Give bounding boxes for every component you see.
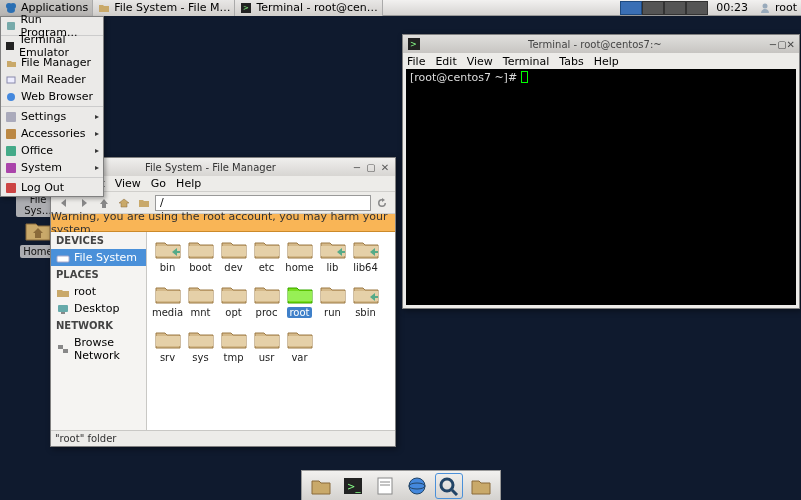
folder-usr[interactable]: usr: [250, 328, 283, 363]
menu-icon: [5, 74, 17, 86]
menu-submenu[interactable]: Settings▸: [1, 108, 103, 125]
workspace-1[interactable]: [620, 1, 642, 15]
network-icon: [56, 343, 70, 355]
maximize-button[interactable]: ▢: [365, 161, 377, 173]
fm-menu-item[interactable]: Go: [151, 177, 166, 190]
svg-point-32: [441, 479, 453, 491]
home-folder-icon: [23, 216, 53, 242]
menu-item[interactable]: Web Browser: [1, 88, 103, 105]
close-button[interactable]: ✕: [787, 39, 795, 50]
close-button[interactable]: ✕: [379, 161, 391, 173]
taskbar-item-label: Terminal - root@cen…: [256, 1, 377, 14]
maximize-button[interactable]: ▢: [777, 39, 786, 50]
menu-submenu[interactable]: Accessories▸: [1, 125, 103, 142]
workspace-4[interactable]: [686, 1, 708, 15]
term-menu-item[interactable]: Help: [594, 55, 619, 68]
menu-item[interactable]: File Manager: [1, 54, 103, 71]
minimize-button[interactable]: −: [769, 39, 777, 50]
term-titlebar[interactable]: > Terminal - root@centos7:~ − ▢ ✕: [403, 35, 799, 53]
dock-web[interactable]: [404, 474, 430, 498]
applications-menu: Run Program... Terminal EmulatorFile Man…: [0, 16, 104, 197]
fm-menu-item[interactable]: Help: [176, 177, 201, 190]
user-menu[interactable]: root: [754, 1, 801, 15]
folder-label: home: [285, 262, 313, 273]
folder-tmp[interactable]: tmp: [217, 328, 250, 363]
folder-label: tmp: [223, 352, 243, 363]
folder-opt[interactable]: opt: [217, 283, 250, 318]
folder-mnt[interactable]: mnt: [184, 283, 217, 318]
menu-logout[interactable]: Log Out: [1, 179, 103, 196]
workspace-3[interactable]: [664, 1, 686, 15]
svg-point-30: [409, 478, 425, 494]
fm-title: File System - File Manager: [72, 162, 349, 173]
fm-menu-item[interactable]: View: [115, 177, 141, 190]
folder-dev[interactable]: dev: [217, 238, 250, 273]
folder-icon: [286, 328, 314, 350]
svg-rect-19: [58, 305, 68, 312]
taskbar-item-filemanager[interactable]: File System - File M…: [93, 0, 235, 16]
folder-lib64[interactable]: lib64: [349, 238, 382, 273]
term-menu-item[interactable]: Edit: [435, 55, 456, 68]
sidebar-item-root[interactable]: root: [51, 283, 146, 300]
dock-home-folder[interactable]: [468, 474, 494, 498]
menu-icon: [5, 57, 17, 69]
submenu-arrow-icon: ▸: [95, 146, 99, 155]
dock-editor[interactable]: [372, 474, 398, 498]
fm-statusbar: "root" folder: [51, 430, 395, 446]
folder-proc[interactable]: proc: [250, 283, 283, 318]
svg-point-5: [762, 3, 767, 8]
folder-run[interactable]: run: [316, 283, 349, 318]
menu-icon: [5, 111, 17, 123]
svg-text:>: >: [243, 4, 249, 12]
folder-home[interactable]: home: [283, 238, 316, 273]
folder-sbin[interactable]: sbin: [349, 283, 382, 318]
folder-media[interactable]: media: [151, 283, 184, 318]
folder-lib[interactable]: lib: [316, 238, 349, 273]
folder-icon: [253, 328, 281, 350]
minimize-button[interactable]: −: [351, 161, 363, 173]
folder-icon: [154, 283, 182, 305]
terminal-body[interactable]: [root@centos7 ~]#: [406, 69, 796, 305]
workspace-switcher[interactable]: [620, 1, 708, 15]
folder-icon: [187, 283, 215, 305]
menu-item[interactable]: Terminal Emulator: [1, 37, 103, 54]
folder-boot[interactable]: boot: [184, 238, 217, 273]
term-menu-item[interactable]: Terminal: [503, 55, 550, 68]
sidebar-item-desktop[interactable]: Desktop: [51, 300, 146, 317]
menu-run-program[interactable]: Run Program...: [1, 17, 103, 34]
term-cursor: [521, 71, 528, 83]
term-menu-item[interactable]: View: [467, 55, 493, 68]
clock[interactable]: 00:23: [710, 1, 754, 14]
folder-label: usr: [259, 352, 275, 363]
terminal-app-icon: >: [407, 37, 421, 51]
folder-srv[interactable]: srv: [151, 328, 184, 363]
menu-item[interactable]: Mail Reader: [1, 71, 103, 88]
dock-terminal[interactable]: >_: [340, 474, 366, 498]
submenu-arrow-icon: ▸: [95, 129, 99, 138]
term-menu-item[interactable]: File: [407, 55, 425, 68]
user-icon: [758, 1, 772, 15]
folder-root[interactable]: root: [283, 283, 316, 318]
term-menubar: FileEditViewTerminalTabsHelp: [403, 53, 799, 69]
folder-etc[interactable]: etc: [250, 238, 283, 273]
sidebar-item-label: File System: [74, 251, 137, 264]
folder-bin[interactable]: bin: [151, 238, 184, 273]
run-icon: [5, 20, 17, 32]
folder-sys[interactable]: sys: [184, 328, 217, 363]
term-menu-item[interactable]: Tabs: [559, 55, 583, 68]
folder-label: dev: [224, 262, 242, 273]
sidebar-item-browse-network[interactable]: Browse Network: [51, 334, 146, 364]
folder-var[interactable]: var: [283, 328, 316, 363]
address-bar[interactable]: [155, 195, 371, 211]
submenu-arrow-icon: ▸: [95, 163, 99, 172]
menu-submenu[interactable]: System▸: [1, 159, 103, 176]
dock-file-manager[interactable]: [308, 474, 334, 498]
taskbar-item-terminal[interactable]: > Terminal - root@cen…: [235, 0, 382, 16]
menu-submenu[interactable]: Office▸: [1, 142, 103, 159]
logout-icon: [5, 182, 17, 194]
fm-file-pane[interactable]: binbootdevetchomeliblib64mediamntoptproc…: [147, 232, 395, 430]
folder-label: sys: [192, 352, 208, 363]
sidebar-item-filesystem[interactable]: File System: [51, 249, 146, 266]
workspace-2[interactable]: [642, 1, 664, 15]
dock-magnifier[interactable]: [436, 474, 462, 498]
